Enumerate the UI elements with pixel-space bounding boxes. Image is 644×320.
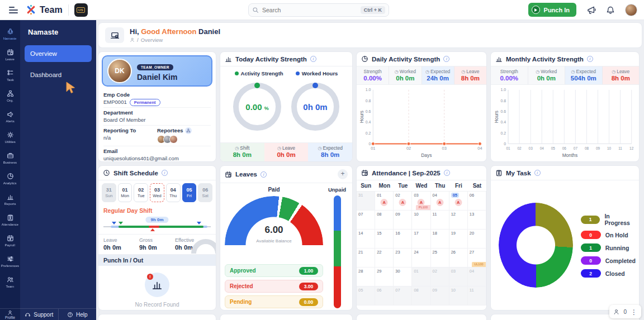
calendar-cell[interactable]: 01	[412, 268, 430, 286]
legend-closed[interactable]: 2Closed	[581, 269, 636, 278]
calendar-cell[interactable]: 08	[375, 211, 394, 230]
calendar-cell[interactable]: 22	[375, 249, 394, 268]
day-pill[interactable]: 02Tue	[134, 183, 148, 202]
calendar-cell[interactable]: 16	[394, 230, 412, 249]
calendar-cell[interactable]: 09	[394, 211, 412, 230]
calendar-cell[interactable]: 28	[357, 268, 375, 286]
search-input[interactable]	[262, 7, 357, 13]
sidebar-item-leave[interactable]: Leave	[0, 44, 20, 65]
calendar-cell[interactable]: 02A	[394, 192, 412, 211]
sidebar-item-payroll[interactable]: Payroll	[0, 230, 20, 251]
calendar-cell[interactable]: 17	[412, 230, 430, 249]
pie-chart-icon	[7, 173, 14, 180]
calendar-cell[interactable]: 10	[449, 286, 468, 305]
user-avatar[interactable]	[625, 4, 637, 16]
calendar-cell[interactable]: 13	[468, 211, 486, 230]
add-leave-button[interactable]	[338, 169, 348, 179]
info-icon[interactable]	[443, 56, 449, 62]
day-pill[interactable]: 06Sat	[198, 183, 212, 202]
legend-on-hold[interactable]: 0On Hold	[581, 231, 636, 239]
announcements-icon[interactable]	[586, 5, 596, 15]
panel-item-overview[interactable]: Overview	[25, 45, 92, 62]
info-icon[interactable]	[587, 56, 593, 62]
calendar-cell[interactable]: 06	[375, 286, 394, 305]
calendar-cell[interactable]: 03APL100	[412, 192, 430, 211]
calendar-cell[interactable]: 09	[431, 286, 449, 305]
info-icon[interactable]	[534, 170, 541, 176]
calendar-cell[interactable]: 05	[357, 286, 375, 305]
calendar-cell[interactable]: 18	[431, 230, 449, 249]
calendar-cell[interactable]: 15	[375, 230, 394, 249]
legend-running[interactable]: 1Running	[581, 243, 636, 252]
rejected-row[interactable]: Rejected3.00	[225, 280, 323, 293]
calendar-cell[interactable]: 11	[431, 211, 449, 230]
info-icon[interactable]	[261, 171, 267, 178]
calendar-cell[interactable]: 05A	[449, 192, 468, 211]
calendar-cell[interactable]: 12	[449, 211, 468, 230]
sidebar-item-alerts[interactable]: Alerts	[0, 106, 20, 127]
calendar-cell[interactable]: 03	[449, 268, 468, 286]
sidebar-item-utilities[interactable]: Utilities	[0, 127, 20, 147]
calendar-cell[interactable]: 23	[394, 249, 412, 268]
info-icon[interactable]	[310, 56, 316, 62]
day-pill[interactable]: 01Mon	[118, 183, 132, 202]
day-pill-selected[interactable]: 05Fri	[182, 183, 197, 202]
sidebar-item-task[interactable]: Task	[0, 65, 20, 85]
sidebar-item-team[interactable]: Team	[0, 271, 20, 292]
hierarchy-icon[interactable]	[185, 127, 192, 134]
calendar-cell[interactable]: 04A	[431, 192, 449, 211]
day-pill[interactable]: 31Sun	[102, 183, 116, 202]
calendar-cell[interactable]: 21	[357, 249, 375, 268]
calendar-cell[interactable]: 26	[449, 249, 468, 268]
legend-completed[interactable]: 0Completed	[581, 256, 636, 265]
calendar-cell[interactable]: 10	[412, 211, 430, 230]
calendar-cell[interactable]: 19	[449, 230, 468, 249]
sidebar-item-reports[interactable]: Reports	[0, 189, 20, 209]
calendar-cell[interactable]: 06	[468, 192, 486, 211]
calendar-cell[interactable]: 20	[468, 230, 486, 249]
pending-row[interactable]: Pending0.00	[225, 295, 323, 308]
breadcrumb[interactable]: Overview	[130, 37, 220, 43]
legend-in-progress[interactable]: 1In Progress	[581, 213, 636, 226]
calendar-cell[interactable]: 07	[357, 211, 375, 230]
calendar-cell[interactable]: 11	[468, 286, 486, 305]
notifications-bell-icon[interactable]	[606, 6, 615, 15]
info-icon[interactable]	[444, 170, 450, 176]
floating-widget[interactable]: 0	[609, 305, 641, 318]
reportee-avatars[interactable]	[157, 135, 211, 144]
info-icon[interactable]	[162, 170, 168, 176]
calendar-cell[interactable]: 27UL100	[468, 249, 486, 268]
panel-item-dashboard[interactable]: Dashboard	[25, 66, 92, 83]
calendar-cell[interactable]: 04	[468, 268, 486, 286]
profile-header[interactable]: DK TEAM_OWNER Daniel Kim	[102, 55, 212, 87]
sidebar-item-preferences[interactable]: Preferences	[0, 251, 20, 271]
calendar-cell[interactable]: 29	[375, 268, 394, 286]
calendar-cell[interactable]: 01A	[375, 192, 394, 211]
sidebar-item-analytics[interactable]: Analytics	[0, 168, 20, 189]
sidebar-item-attendance[interactable]: Attendance	[0, 209, 20, 230]
company-logo[interactable]: US	[74, 3, 88, 17]
help-button[interactable]: Help	[58, 309, 97, 320]
calendar-cell[interactable]: 30	[394, 268, 412, 286]
sidebar-item-profile[interactable]: Profile	[0, 308, 20, 320]
calendar-cell[interactable]: 02	[431, 268, 449, 286]
calendar-cell[interactable]: 07	[394, 286, 412, 305]
global-search[interactable]: Ctrl + K	[248, 3, 389, 17]
calendar-cell[interactable]: 08	[412, 286, 430, 305]
calendar-cell[interactable]: 25	[431, 249, 449, 268]
day-pill[interactable]: 04Thu	[166, 183, 181, 202]
calendar-cell[interactable]: 14	[357, 230, 375, 249]
hamburger-menu-icon[interactable]	[9, 7, 18, 13]
sidebar-item-business[interactable]: Business	[0, 147, 20, 168]
approved-row[interactable]: Approved1.00	[225, 264, 323, 277]
sidebar-item-namaste[interactable]: Namaste	[0, 23, 20, 44]
calendar-cell[interactable]: 24	[412, 249, 430, 268]
absent-badge: A	[454, 199, 462, 206]
punch-in-button[interactable]: Punch In	[528, 3, 576, 17]
day-pill[interactable]: 03Wed	[150, 183, 164, 202]
sidebar-item-org[interactable]: Org.	[0, 85, 20, 106]
app-logo[interactable]: Team	[26, 4, 63, 15]
kebab-menu-icon[interactable]	[631, 307, 637, 317]
calendar-cell[interactable]: 31	[357, 192, 375, 211]
support-button[interactable]: Support	[20, 309, 58, 320]
